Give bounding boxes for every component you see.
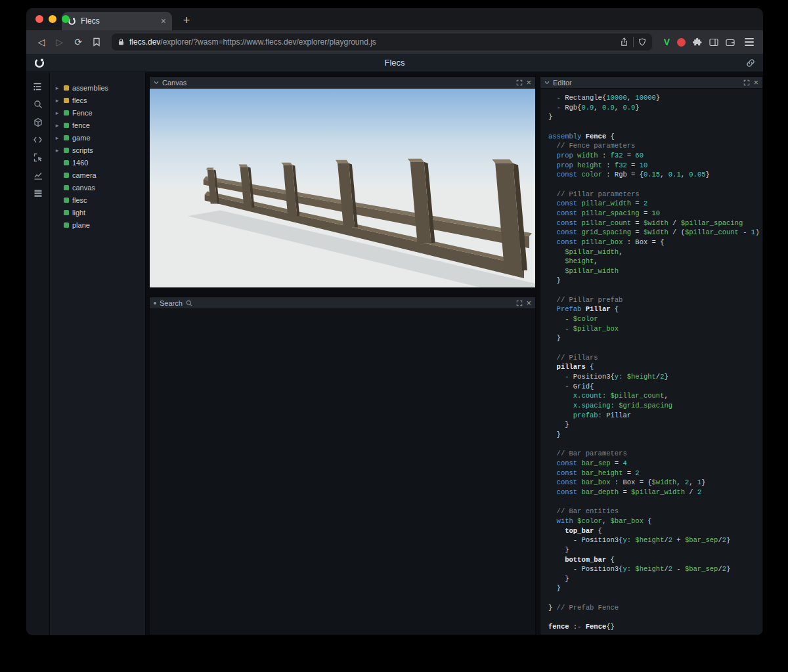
entity-label: plane <box>72 221 90 229</box>
search-results-area[interactable] <box>150 309 535 635</box>
code-line: } <box>548 545 762 555</box>
new-tab-button[interactable]: + <box>179 14 194 28</box>
code-line: } <box>548 112 762 122</box>
code-line: - Rgb{0.9, 0.9, 0.9} <box>548 103 762 113</box>
entity-label: light <box>72 209 85 217</box>
editor-expand-icon[interactable] <box>743 79 750 86</box>
entity-kind-swatch <box>64 198 69 203</box>
disclosure-arrow-icon[interactable]: ▸ <box>54 110 60 116</box>
entity-label: canvas <box>72 184 95 192</box>
extension-icon-red[interactable] <box>677 38 686 47</box>
rail-scene-cube-icon[interactable] <box>30 117 46 127</box>
disclosure-arrow-icon[interactable]: ▸ <box>54 85 60 91</box>
disclosure-arrow-icon[interactable]: ▸ <box>54 147 60 154</box>
rail-search-icon[interactable] <box>30 99 46 110</box>
tree-item-Fence[interactable]: ▸Fence <box>50 106 145 119</box>
code-line: pillars { <box>548 362 762 372</box>
rail-tables-icon[interactable] <box>30 188 46 198</box>
rail-inspect-icon[interactable] <box>30 152 46 163</box>
share-icon[interactable] <box>620 37 628 47</box>
forward-button[interactable]: ▷ <box>51 33 68 51</box>
disclosure-arrow-icon[interactable]: ▸ <box>54 135 60 141</box>
search-magnifier-icon <box>186 300 192 306</box>
entity-label: Fence <box>72 109 93 117</box>
tree-item-assemblies[interactable]: ▸assemblies <box>50 81 145 94</box>
code-line <box>548 440 762 450</box>
back-button[interactable]: ◁ <box>33 33 50 51</box>
brave-shield-icon[interactable] <box>638 38 646 47</box>
code-line: // Pillar parameters <box>548 190 762 200</box>
tree-item-flesc[interactable]: flesc <box>50 194 145 206</box>
code-line: } <box>548 420 762 430</box>
entity-kind-swatch <box>64 222 69 228</box>
entity-label: flesc <box>72 196 87 204</box>
chevron-down-icon[interactable] <box>154 81 159 85</box>
fence-3d-scene <box>150 89 535 287</box>
rail-stats-chart-icon[interactable] <box>30 170 46 180</box>
search-panel-header[interactable]: Search × <box>150 297 535 309</box>
code-area[interactable]: - Rectangle{10000, 10000} - Rgb{0.9, 0.9… <box>540 89 762 632</box>
code-line: Prefab Pillar { <box>548 304 762 314</box>
tree-item-light[interactable]: light <box>50 206 145 219</box>
code-line: const grid_spacing = $width / ($pillar_c… <box>548 228 762 238</box>
tree-item-camera[interactable]: camera <box>50 169 145 181</box>
editor-panel-header[interactable]: Editor × <box>540 77 762 89</box>
zoom-button[interactable] <box>62 15 70 23</box>
entity-tree[interactable]: ▸assemblies▸flecs▸Fence▸fence▸game▸scrip… <box>50 72 146 635</box>
minimize-button[interactable] <box>49 15 56 23</box>
tree-item-plane[interactable]: plane <box>50 219 145 231</box>
code-line: } // Prefab Fence <box>548 603 762 613</box>
code-line: // Pillars <box>548 353 762 363</box>
entity-kind-swatch <box>64 160 69 165</box>
browser-tab-flecs[interactable]: Flecs × <box>62 12 172 30</box>
code-line: with $color, $bar_box { <box>548 516 762 526</box>
bookmark-icon[interactable] <box>88 33 105 51</box>
menu-button[interactable] <box>745 38 754 46</box>
entity-kind-swatch <box>64 173 69 178</box>
panel-dot-icon <box>154 302 156 304</box>
chevron-down-icon[interactable] <box>544 81 550 85</box>
canvas-expand-icon[interactable] <box>516 79 523 86</box>
code-line: const bar_height = 2 <box>548 469 762 478</box>
code-line: - Rectangle{10000, 10000} <box>548 93 762 103</box>
tree-item-scripts[interactable]: ▸scripts <box>50 144 145 156</box>
canvas-panel-header[interactable]: Canvas × <box>150 77 535 89</box>
editor-close-icon[interactable]: × <box>753 78 758 87</box>
disclosure-arrow-icon[interactable]: ▸ <box>54 97 60 104</box>
tree-item-flecs[interactable]: ▸flecs <box>50 94 145 106</box>
rail-entity-tree-icon[interactable] <box>30 81 46 92</box>
code-line: const bar_sep = 4 <box>548 459 762 469</box>
code-line: - Grid{ <box>548 382 762 392</box>
code-line: prop width : f32 = 60 <box>548 151 762 161</box>
entity-label: 1460 <box>72 159 88 167</box>
entity-kind-swatch <box>64 185 69 190</box>
entity-kind-swatch <box>64 123 69 128</box>
address-bar[interactable]: flecs.dev/explorer/?wasm=https://www.fle… <box>112 33 652 51</box>
wallet-icon[interactable] <box>726 38 735 47</box>
share-link-icon[interactable] <box>746 58 755 68</box>
tab-close-icon[interactable]: × <box>161 16 166 26</box>
tree-item-1460[interactable]: 1460 <box>50 156 145 169</box>
code-line: x.count: $pillar_count, <box>548 391 762 401</box>
flecs-logo <box>34 58 45 68</box>
code-line: - Position3{y: $height/2 + $bar_sep/2} <box>548 536 762 545</box>
extensions-puzzle-icon[interactable] <box>693 37 702 47</box>
code-line: const pillar_width = 2 <box>548 199 762 209</box>
tree-item-game[interactable]: ▸game <box>50 131 145 144</box>
sidebar-toggle-icon[interactable] <box>709 38 718 47</box>
extension-icons: V <box>659 37 756 47</box>
tree-item-canvas[interactable]: canvas <box>50 181 145 194</box>
extension-icon-v[interactable]: V <box>664 37 670 47</box>
disclosure-arrow-icon[interactable]: ▸ <box>54 122 60 129</box>
tree-item-fence[interactable]: ▸fence <box>50 119 145 131</box>
close-button[interactable] <box>35 15 43 23</box>
app-header: Flecs <box>26 54 763 72</box>
rail-code-icon[interactable] <box>30 135 46 145</box>
code-line: bottom_bar { <box>548 555 762 565</box>
canvas-viewport[interactable] <box>150 89 535 287</box>
search-close-icon[interactable]: × <box>526 299 531 307</box>
reload-button[interactable]: ⟳ <box>70 33 87 51</box>
canvas-close-icon[interactable]: × <box>526 78 531 87</box>
entity-kind-swatch <box>64 110 69 116</box>
search-expand-icon[interactable] <box>516 300 523 306</box>
